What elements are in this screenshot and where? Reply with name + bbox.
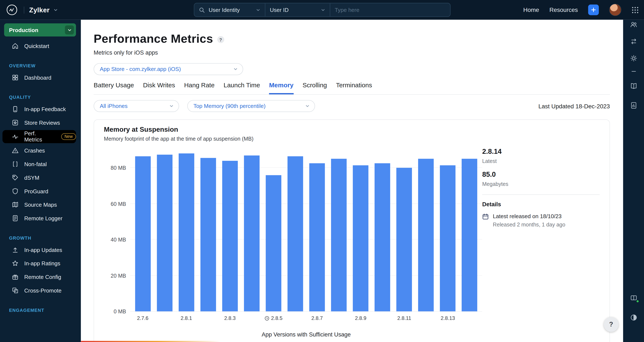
- memory-bar-2.8.9[interactable]: [353, 165, 368, 311]
- memory-bar-2.8.7[interactable]: [309, 163, 325, 311]
- bar-slot: [132, 156, 154, 311]
- bar-slot: [284, 156, 306, 311]
- memory-bar-2.8.1[interactable]: [178, 154, 194, 311]
- memory-bar-2.8.11[interactable]: [396, 168, 412, 311]
- memory-bar-index-13[interactable]: [418, 159, 434, 311]
- tab-disk-writes[interactable]: Disk Writes: [143, 82, 175, 94]
- sidebar-item-in-app-updates[interactable]: In-app Updates: [2, 244, 76, 256]
- sidebar-item-store-reviews[interactable]: Store Reviews: [2, 116, 76, 129]
- memory-bar-index-5[interactable]: [244, 155, 260, 311]
- app-logo-icon[interactable]: [6, 4, 18, 15]
- report-icon[interactable]: [629, 101, 638, 110]
- arrow-up-icon: [12, 246, 19, 254]
- sidebar-item-dsym[interactable]: dSYM: [2, 171, 76, 184]
- memory-bar-index-3[interactable]: [200, 158, 216, 311]
- x-axis-tick-label: 2.7.6: [132, 316, 154, 321]
- tab-memory[interactable]: Memory: [269, 82, 294, 94]
- sidebar-item-quickstart[interactable]: Quickstart: [2, 40, 76, 52]
- memory-bar-2.8.3[interactable]: [222, 161, 238, 311]
- search-field-dropdown[interactable]: User ID: [266, 3, 330, 16]
- tab-terminations[interactable]: Terminations: [336, 82, 372, 94]
- gear-icon[interactable]: [629, 54, 638, 62]
- environment-label: Production: [9, 27, 38, 33]
- section-label-growth: GROWTH: [9, 235, 81, 240]
- left-sidebar: Production Quickstart OVERVIEW Dashboard…: [0, 20, 81, 342]
- plot-area: [130, 148, 482, 312]
- nav-link-home[interactable]: Home: [523, 6, 539, 13]
- sidebar-item-remote-logger[interactable]: Remote Logger: [2, 212, 76, 224]
- sidebar-item-in-app-feedback[interactable]: In-app Feedback: [2, 103, 76, 115]
- bar-slot: [372, 163, 393, 311]
- sidebar-item-dashboard[interactable]: Dashboard: [2, 71, 76, 84]
- sidebar-item-crashes[interactable]: Crashes: [2, 145, 76, 157]
- latest-version-label: Latest: [482, 158, 600, 164]
- user-avatar[interactable]: [609, 3, 622, 16]
- bar-slot: [350, 165, 372, 311]
- tab-scrolling[interactable]: Scrolling: [302, 82, 327, 94]
- search-identity-dropdown[interactable]: User Identity: [194, 3, 265, 16]
- bar-slot: [241, 155, 262, 311]
- y-axis: 0 MB20 MB40 MB60 MB80 MB: [104, 148, 130, 312]
- bar-slot: [197, 158, 219, 311]
- collapse-dash-icon[interactable]: [629, 67, 638, 76]
- sidebar-item-cross-promote[interactable]: Cross-Promote: [2, 284, 76, 297]
- memory-unit-label: Megabytes: [482, 181, 600, 187]
- sidebar-item-remote-config[interactable]: Remote Config: [2, 271, 76, 283]
- sidebar-item-in-app-ratings[interactable]: In-app Ratings: [2, 257, 76, 270]
- memory-metric-dropdown[interactable]: Top Memory (90th percentile): [187, 100, 315, 112]
- add-button[interactable]: [588, 4, 599, 15]
- section-label-overview: OVERVIEW: [9, 63, 81, 68]
- memory-bar-index-11[interactable]: [375, 163, 390, 311]
- memory-bar-index-7[interactable]: [288, 156, 303, 311]
- apps-grid-icon[interactable]: [632, 6, 639, 13]
- topbar-actions: Home Resources: [523, 0, 639, 20]
- x-axis-title: App Versions with Sufficient Usage: [130, 331, 482, 338]
- search-field-label: User ID: [270, 7, 288, 13]
- theme-contrast-icon[interactable]: [629, 313, 638, 322]
- document-icon: [12, 214, 19, 222]
- app-selector-dropdown[interactable]: App Store - com.zylker.app (iOS): [94, 63, 243, 75]
- x-axis-tick-label: [328, 316, 350, 321]
- memory-bar-2.8.5[interactable]: [266, 175, 281, 311]
- sidebar-item-label: In-app Ratings: [24, 260, 60, 266]
- store-reviews-icon: [12, 119, 19, 126]
- tab-launch-time[interactable]: Launch Time: [224, 82, 260, 94]
- y-axis-tick-label: 20 MB: [110, 273, 126, 279]
- environment-selector[interactable]: Production: [4, 23, 76, 36]
- tab-hang-rate[interactable]: Hang Rate: [184, 82, 214, 94]
- sidebar-item-source-maps[interactable]: Source Maps: [2, 199, 76, 211]
- last-updated-text: Last Updated 18-Dec-2023: [538, 103, 610, 109]
- memory-bar-index-1[interactable]: [157, 155, 172, 311]
- sidebar-item-label: Perf. Metrics: [24, 130, 54, 143]
- chevron-down-icon: [169, 104, 174, 108]
- sidebar-item-label: In-app Updates: [24, 247, 62, 253]
- search-input[interactable]: [335, 7, 446, 13]
- sidebar-item-non-fatal[interactable]: Non-fatal: [2, 158, 76, 170]
- sidebar-item-perf-metrics[interactable]: Perf. Metrics New: [2, 130, 76, 143]
- bar-slot: [219, 161, 241, 311]
- nav-link-resources[interactable]: Resources: [549, 6, 578, 13]
- sidebar-item-label: Remote Logger: [24, 215, 62, 221]
- docs-book-icon[interactable]: [629, 82, 638, 90]
- device-filter-dropdown[interactable]: All iPhones: [94, 100, 179, 112]
- brand-name[interactable]: Zylker: [29, 6, 50, 14]
- y-axis-tick-label: 80 MB: [110, 165, 126, 172]
- main-content: Performance Metrics ? Metrics only for i…: [81, 20, 623, 342]
- memory-bar-2.8.13[interactable]: [440, 165, 456, 311]
- sidebar-item-label: Store Reviews: [24, 120, 60, 126]
- memory-metric-value: Top Memory (90th percentile): [194, 103, 266, 109]
- memory-bar-index-9[interactable]: [331, 159, 347, 311]
- memory-bar-index-15[interactable]: [462, 159, 477, 311]
- brand-area: Zylker: [0, 4, 58, 15]
- users-icon[interactable]: [629, 21, 638, 29]
- title-help-icon[interactable]: ?: [217, 36, 224, 43]
- help-fab-button[interactable]: ?: [604, 317, 619, 332]
- panels-icon[interactable]: [629, 294, 638, 302]
- memory-bar-2.7.6[interactable]: [135, 156, 150, 311]
- plus-icon: [590, 7, 596, 13]
- sidebar-item-proguard[interactable]: ProGuard: [2, 185, 76, 197]
- tab-battery-usage[interactable]: Battery Usage: [94, 82, 134, 94]
- sidebar-item-label: Remote Config: [24, 274, 61, 280]
- transfer-arrows-icon[interactable]: [629, 37, 638, 46]
- shield-icon: [12, 187, 19, 195]
